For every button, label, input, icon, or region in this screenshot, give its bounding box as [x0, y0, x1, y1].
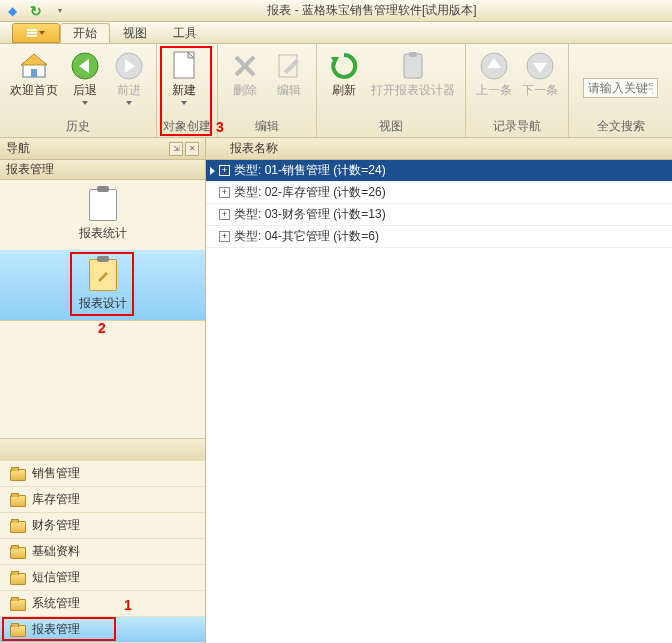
nav-report-stats-label: 报表统计	[79, 225, 127, 242]
home-button[interactable]: 欢迎首页	[6, 48, 62, 99]
folder-icon	[10, 625, 26, 637]
sidebar-item-finance[interactable]: 财务管理	[0, 513, 205, 539]
sidebar-item-label: 财务管理	[32, 517, 80, 534]
next-label: 下一条	[522, 84, 558, 97]
file-menu-button[interactable]	[12, 23, 60, 43]
sidebar-item-sales[interactable]: 销售管理	[0, 461, 205, 487]
prev-label: 上一条	[476, 84, 512, 97]
ribbon-group-edit: 删除 编辑 编辑	[218, 44, 317, 137]
arrow-down-icon	[524, 50, 556, 82]
folder-icon	[10, 521, 26, 533]
sidebar-item-label: 报表管理	[32, 621, 80, 638]
window-title: 报表 - 蓝格珠宝销售管理软件[试用版本]	[72, 2, 672, 19]
chevron-down-icon	[82, 101, 88, 105]
sidebar-item-inventory[interactable]: 库存管理	[0, 487, 205, 513]
nav-report-stats[interactable]: 报表统计	[0, 180, 205, 250]
home-label: 欢迎首页	[10, 84, 58, 97]
back-label: 后退	[73, 84, 97, 97]
sidebar-pin-icon[interactable]: ⇲	[169, 142, 183, 156]
sidebar-item-basic[interactable]: 基础资料	[0, 539, 205, 565]
content-pane: 报表名称 + 类型: 01-销售管理 (计数=24) + 类型: 02-库存管理…	[206, 138, 672, 643]
current-row-icon	[210, 167, 215, 175]
forward-icon	[113, 50, 145, 82]
folder-icon	[10, 599, 26, 611]
nav-report-design[interactable]: 报表设计	[0, 250, 205, 320]
refresh-button[interactable]: 刷新	[323, 48, 365, 99]
delete-button: 删除	[224, 48, 266, 99]
annotation-1: 1	[124, 597, 132, 613]
sidebar-item-sms[interactable]: 短信管理	[0, 565, 205, 591]
folder-icon	[10, 547, 26, 559]
group-label-nav: 记录导航	[472, 116, 562, 137]
pencil-icon	[273, 50, 305, 82]
sidebar-close-icon[interactable]: ✕	[185, 142, 199, 156]
chevron-down-icon	[181, 101, 187, 105]
chevron-down-icon	[126, 101, 132, 105]
annotation-3: 3	[216, 119, 224, 135]
sidebar-subtitle: 报表管理	[0, 160, 205, 180]
ribbon-group-search: 全文搜索	[569, 44, 672, 137]
ribbon: 欢迎首页 后退 前进 历史	[0, 44, 672, 138]
search-input[interactable]	[583, 78, 658, 98]
ribbon-group-view: 刷新 打开报表设计器 视图	[317, 44, 466, 137]
sidebar-item-label: 短信管理	[32, 569, 80, 586]
table-row[interactable]: + 类型: 02-库存管理 (计数=26)	[206, 182, 672, 204]
sidebar-item-system[interactable]: 系统管理	[0, 591, 205, 617]
sidebar-title: 导航 ⇲ ✕	[0, 138, 205, 160]
group-label-view: 视图	[323, 116, 459, 137]
main-area: 导航 ⇲ ✕ 报表管理 报表统计 报表设计 2 销售管理	[0, 138, 672, 643]
svg-rect-14	[404, 54, 422, 78]
refresh-small-icon[interactable]: ↻	[28, 3, 44, 19]
folder-icon	[10, 495, 26, 507]
group-label-history: 历史	[6, 116, 150, 137]
edit-button: 编辑	[268, 48, 310, 99]
expand-icon[interactable]: +	[219, 187, 230, 198]
forward-label: 前进	[117, 84, 141, 97]
open-designer-button: 打开报表设计器	[367, 48, 459, 99]
sidebar-item-report[interactable]: 报表管理	[0, 617, 205, 643]
clipboard-icon	[89, 189, 117, 221]
forward-button: 前进	[108, 48, 150, 107]
annotation-2: 2	[98, 320, 106, 336]
row-label: 类型: 04-其它管理 (计数=6)	[234, 228, 379, 245]
tab-start[interactable]: 开始	[60, 23, 110, 43]
svg-marker-20	[98, 272, 108, 282]
expand-icon[interactable]: +	[219, 231, 230, 242]
new-label: 新建	[172, 84, 196, 97]
app-icon: ◆	[4, 3, 20, 19]
sidebar-item-label: 销售管理	[32, 465, 80, 482]
edit-label: 编辑	[277, 84, 301, 97]
clipboard-icon	[397, 50, 429, 82]
new-button[interactable]: 新建	[163, 48, 205, 107]
sidebar-item-label: 系统管理	[32, 595, 80, 612]
table-row[interactable]: + 类型: 03-财务管理 (计数=13)	[206, 204, 672, 226]
dropdown-small-icon[interactable]: ▾	[52, 3, 68, 19]
next-record-button: 下一条	[518, 48, 562, 99]
ribbon-group-create: 新建 对象创建	[157, 44, 218, 137]
back-icon	[69, 50, 101, 82]
group-label-search: 全文搜索	[575, 116, 666, 137]
expand-icon[interactable]: +	[219, 165, 230, 176]
back-button[interactable]: 后退	[64, 48, 106, 107]
svg-rect-2	[31, 69, 37, 77]
column-header[interactable]: 报表名称	[206, 138, 672, 160]
nav-report-design-label: 报表设计	[79, 295, 127, 312]
menu-strip: 开始 视图 工具	[0, 22, 672, 44]
row-label: 类型: 03-财务管理 (计数=13)	[234, 206, 386, 223]
tab-tools[interactable]: 工具	[160, 23, 210, 43]
table-row[interactable]: + 类型: 01-销售管理 (计数=24)	[206, 160, 672, 182]
title-bar: ◆ ↻ ▾ 报表 - 蓝格珠宝销售管理软件[试用版本]	[0, 0, 672, 22]
group-label-edit: 编辑	[224, 116, 310, 137]
delete-icon	[229, 50, 261, 82]
table-row[interactable]: + 类型: 04-其它管理 (计数=6)	[206, 226, 672, 248]
refresh-label: 刷新	[332, 84, 356, 97]
sidebar-item-label: 库存管理	[32, 491, 80, 508]
expand-icon[interactable]: +	[219, 209, 230, 220]
open-designer-label: 打开报表设计器	[371, 84, 455, 97]
refresh-icon	[328, 50, 360, 82]
tab-view[interactable]: 视图	[110, 23, 160, 43]
svg-marker-1	[21, 54, 47, 65]
sidebar-bottom-nav: 销售管理 库存管理 财务管理 基础资料 短信管理 系统管理 报表管理 1	[0, 438, 205, 643]
row-label: 类型: 02-库存管理 (计数=26)	[234, 184, 386, 201]
group-label-create: 对象创建	[163, 116, 211, 137]
